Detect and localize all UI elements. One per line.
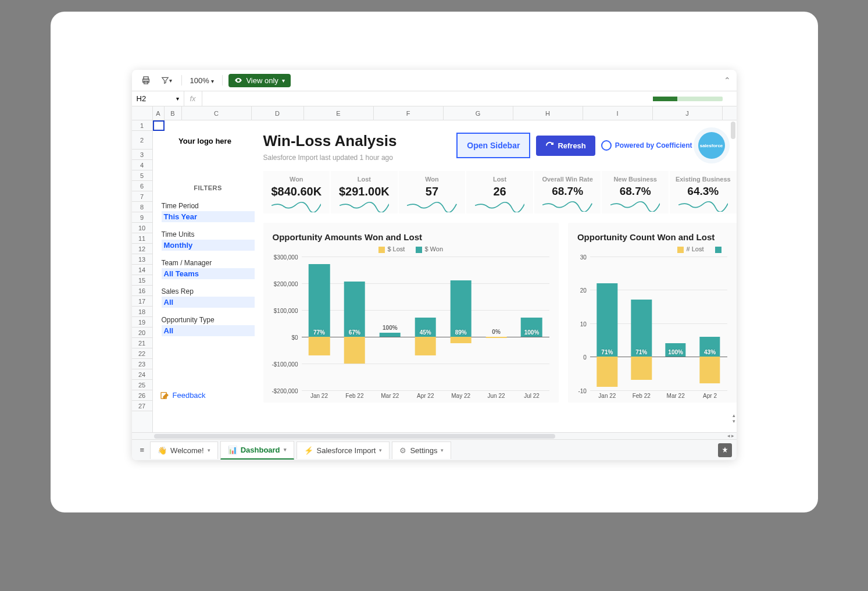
row-header[interactable]: 8 [132, 202, 152, 212]
row-header[interactable]: 23 [132, 359, 152, 369]
tab-salesforce-import[interactable]: ⚡ Salesforce Import ▾ [297, 442, 390, 459]
column-header[interactable]: G [444, 106, 513, 120]
bar-group: 77% [302, 257, 337, 390]
row-header[interactable]: 19 [132, 317, 152, 327]
select-all-corner[interactable] [132, 106, 152, 120]
row-header[interactable]: 24 [132, 369, 152, 380]
row-header[interactable]: 1 [132, 120, 152, 131]
refresh-icon [545, 141, 554, 150]
row-header[interactable]: 9 [132, 212, 152, 223]
chart-plot: 3020100-1071%71%100%43% [590, 257, 727, 390]
collapse-toolbar-icon[interactable]: ⌃ [724, 76, 731, 85]
column-header[interactable]: D [252, 106, 304, 120]
chart-legend: # Lost [573, 245, 732, 253]
bar-percent-label: 77% [309, 329, 330, 336]
open-sidebar-button[interactable]: Open Sidebar [456, 133, 530, 158]
x-axis-label: Apr 22 [408, 390, 443, 399]
y-axis-label: $100,000 [274, 307, 302, 314]
row-header[interactable]: 16 [132, 286, 152, 296]
view-only-button[interactable]: View only ▾ [228, 74, 290, 87]
filter-value[interactable]: All [162, 325, 255, 336]
row-header[interactable]: 18 [132, 307, 152, 317]
column-header[interactable]: H [513, 106, 583, 120]
powered-by-link[interactable]: Powered by Coefficient [601, 140, 692, 151]
row-header[interactable]: 14 [132, 265, 152, 275]
x-axis-label: May 22 [443, 390, 478, 399]
row-header[interactable]: 12 [132, 244, 152, 254]
bar-percent-label: 71% [631, 349, 652, 355]
print-icon[interactable] [138, 73, 154, 87]
name-box[interactable]: H2 ▾ [132, 91, 184, 106]
kpi-card: Won57 [399, 171, 466, 213]
filter-label: Opportunity Type [162, 316, 255, 324]
tab-dashboard[interactable]: 📊 Dashboard ▾ [220, 441, 294, 460]
row-header[interactable]: 20 [132, 327, 152, 338]
row-header[interactable]: 5 [132, 170, 152, 181]
x-axis-label: Feb 22 [624, 390, 659, 399]
x-axis-label: Apr 2 [693, 390, 727, 399]
refresh-button[interactable]: Refresh [536, 136, 595, 156]
column-header[interactable]: E [304, 106, 374, 120]
feedback-link[interactable]: Feedback [160, 391, 206, 400]
all-sheets-menu-icon[interactable]: ≡ [137, 443, 148, 457]
explore-button[interactable] [718, 443, 732, 457]
row-header[interactable]: 21 [132, 338, 152, 348]
bar-won: 100% [665, 343, 685, 357]
kpi-value: $291.00K [333, 185, 395, 198]
zoom-dropdown[interactable]: 100% ▾ [188, 75, 217, 86]
lightning-icon: ⚡ [304, 446, 313, 455]
column-header[interactable]: I [583, 106, 653, 120]
filter-value[interactable]: All [162, 297, 255, 308]
row-header[interactable]: 2 [132, 131, 152, 149]
formula-input[interactable] [202, 91, 653, 106]
bar-lost [309, 337, 330, 355]
chart-legend: $ Lost $ Won [268, 245, 554, 253]
filter-value[interactable]: Monthly [162, 240, 255, 251]
filter-icon[interactable]: ▾ [158, 74, 176, 87]
kpi-card: Lost$291.00K [331, 171, 398, 213]
row-header[interactable]: 25 [132, 380, 152, 390]
row-header[interactable]: 4 [132, 160, 152, 170]
tab-welcome[interactable]: 👋 Welcome! ▾ [150, 442, 218, 459]
column-header[interactable]: B [165, 106, 182, 120]
sheet-content[interactable]: ▴▾ Your logo here Win-Loss Analysis Sale… [153, 120, 737, 432]
column-header[interactable]: J [653, 106, 723, 120]
column-header[interactable]: F [374, 106, 444, 120]
sparkline [266, 201, 328, 212]
row-header[interactable]: 26 [132, 390, 152, 401]
row-header[interactable]: 10 [132, 223, 152, 233]
bar-lost [485, 337, 507, 338]
plus-icon [721, 446, 729, 454]
column-header[interactable]: C [182, 106, 252, 120]
row-header[interactable]: 17 [132, 296, 152, 307]
bar-percent-label: 89% [450, 329, 471, 336]
row-header[interactable]: 27 [132, 401, 152, 411]
tab-settings[interactable]: ⚙ Settings ▾ [392, 442, 451, 459]
column-header[interactable]: A [153, 106, 165, 120]
kpi-label: Existing Business [672, 176, 734, 183]
row-header[interactable]: 13 [132, 254, 152, 265]
horizontal-scrollbar[interactable]: ◂▸ [132, 432, 737, 439]
row-header[interactable]: 6 [132, 181, 152, 191]
column-header[interactable]: K [723, 106, 737, 120]
row-header[interactable]: 11 [132, 233, 152, 244]
coefficient-icon [601, 140, 612, 151]
x-axis-label: Jan 22 [302, 390, 337, 399]
row-header[interactable]: 22 [132, 348, 152, 359]
filters-heading: FILTERS [162, 184, 255, 191]
row-header[interactable]: 15 [132, 275, 152, 286]
filter-value[interactable]: This Year [162, 211, 255, 222]
salesforce-badge: salesforce [698, 132, 725, 159]
bar-group: 89% [443, 257, 478, 390]
bar-won: 45% [415, 318, 436, 336]
filter-value[interactable]: All Teams [162, 268, 255, 279]
legend-swatch-won [416, 247, 422, 253]
bar-group: 43% [693, 257, 727, 390]
y-axis-label: -10 [578, 387, 590, 394]
kpi-value: $840.60K [266, 185, 328, 198]
sparkline [604, 200, 666, 212]
row-header[interactable]: 7 [132, 191, 152, 202]
chevron-down-icon: ▾ [441, 447, 444, 453]
row-header[interactable]: 3 [132, 149, 152, 160]
y-axis-label: $300,000 [274, 254, 302, 260]
